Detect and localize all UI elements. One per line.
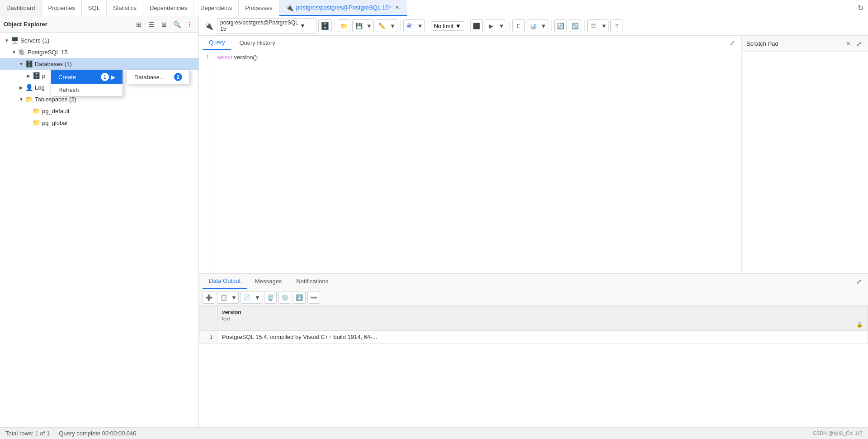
save-dropdown-btn[interactable]: ▼ (365, 19, 374, 32)
tab-query[interactable]: Query (203, 36, 231, 50)
right-status: CSDN @迪东_Col 1行 (813, 430, 863, 437)
scratch-pad-content[interactable] (742, 52, 868, 273)
copy-dropdown-btn[interactable]: ▼ (230, 291, 239, 304)
tab-messages[interactable]: Messages (249, 274, 288, 289)
tree-item-databases[interactable]: ▼ 🗄️ Databases (1) (0, 58, 198, 70)
toolbar-btn-group-save: 💾 ▼ (352, 19, 374, 32)
editor-tabs: Query Query History ⤢ (199, 36, 741, 50)
no-limit-select[interactable]: No limit ▼ (431, 21, 464, 31)
copy-btn[interactable]: 📋 (217, 291, 230, 304)
tab-statistics[interactable]: Statistics (107, 0, 143, 16)
pg-icon: 🐘 (18, 48, 26, 56)
tree-item-pg-default[interactable]: 📁 pg_default (0, 105, 198, 117)
close-icon[interactable]: ✕ (844, 40, 852, 48)
server-selector[interactable]: postgres/postgres@PostgreSQL 15 ▼ (217, 18, 316, 33)
context-menu: Create 1 ▶ Refresh (51, 70, 123, 96)
tab-dashboard[interactable]: Dashboard (0, 0, 42, 16)
save-btn[interactable]: 💾 (352, 19, 365, 32)
filter-btn[interactable]: ⚗️ (403, 19, 416, 32)
tab-data-output[interactable]: Data Output (203, 274, 247, 289)
top-bar-end: ↻ (853, 4, 868, 12)
tab-dependents[interactable]: Dependents (194, 0, 239, 16)
tab-properties[interactable]: Properties (42, 0, 82, 16)
tab-notifications[interactable]: Notifications (290, 274, 335, 289)
refresh-icon[interactable]: ↻ (858, 4, 863, 12)
separator-6 (551, 20, 552, 31)
expand-bottom-btn[interactable]: ⤢ (854, 276, 864, 287)
save-data-btn[interactable]: 💿 (278, 291, 291, 304)
search-icon[interactable]: 🔍 (171, 19, 182, 30)
toolbar-btn-group-pencil: ✏️ ▼ (376, 19, 397, 32)
login-icon: 👤 (25, 84, 33, 91)
pencil-btn[interactable]: ✏️ (376, 19, 388, 32)
run-btn[interactable]: ▶ (485, 19, 497, 32)
explain-btn[interactable]: E (512, 19, 525, 32)
col-name: version (222, 309, 863, 315)
expand-editor-btn[interactable]: ⤢ (727, 38, 738, 48)
download-btn[interactable]: ⬇️ (293, 291, 306, 304)
tab-query-history[interactable]: Query History (233, 36, 281, 50)
server-value: postgres/postgres@PostgreSQL 15 (220, 19, 298, 32)
tab-processes[interactable]: Processes (239, 0, 279, 16)
tab-sql[interactable]: SQL (82, 0, 107, 16)
badge-1: 1 (101, 73, 109, 81)
scratch-pad-header: Scratch Pad ✕ ⤢ (742, 36, 868, 52)
arrow-down-icon: ▼ (18, 96, 24, 102)
tree-item-pg15[interactable]: ▼ 🐘 PostgreSQL 15 (0, 46, 198, 58)
tree-item-servers[interactable]: ▼ 🖥️ Servers (1) (0, 34, 198, 46)
connection-icon[interactable]: 🔌 (203, 19, 215, 32)
refresh-label: Refresh (58, 86, 79, 93)
rollback-btn[interactable]: ↩️ (569, 19, 581, 32)
paste-btn[interactable]: 📄 (241, 291, 253, 304)
pencil-dropdown-btn[interactable]: ▼ (388, 19, 397, 32)
menu-icon[interactable]: ⋮ (184, 19, 195, 30)
arrow-right-icon: ▶ (25, 72, 32, 79)
help-btn[interactable]: ? (610, 19, 623, 32)
run-dropdown-btn[interactable]: ▼ (497, 19, 506, 32)
code-editor[interactable]: 1 select version(); (199, 50, 741, 273)
submenu-database[interactable]: Database... 2 (127, 70, 189, 84)
context-menu-create[interactable]: Create 1 ▶ (51, 70, 123, 84)
macro-dropdown-btn[interactable]: ▼ (600, 19, 609, 32)
filter-btn-group: ⚗️ ▼ (403, 19, 425, 32)
commit-btn[interactable]: 🔄 (554, 19, 567, 32)
right-panel: 🔌 postgres/postgres@PostgreSQL 15 ▼ 🗄️ 📁… (199, 16, 868, 427)
tab-active-query[interactable]: 🔌 postgres/postgres@PostgreSQL 15* ✕ (279, 0, 407, 16)
expand-icon[interactable]: ⤢ (854, 39, 863, 48)
tab-dependencies[interactable]: Dependencies (143, 0, 194, 16)
open-file-btn[interactable]: 📁 (338, 19, 350, 32)
filter-dropdown-btn[interactable]: ▼ (416, 19, 425, 32)
col-type: text (222, 316, 863, 321)
chevron-down-icon: ▼ (455, 23, 461, 29)
row-version-cell[interactable]: PostgreSQL 15.4, compiled by Visual C++ … (217, 331, 868, 344)
list-icon[interactable]: ☰ (146, 19, 157, 30)
servers-label: Servers (1) (20, 37, 49, 44)
stop-btn[interactable]: ⬛ (470, 19, 483, 32)
query-toolbar: 🔌 postgres/postgres@PostgreSQL 15 ▼ 🗄️ 📁… (199, 16, 868, 36)
create-label: Create (58, 74, 98, 81)
tree-item-pg-global[interactable]: 📁 pg_global (0, 117, 198, 129)
servers-icon: 🖥️ (11, 37, 19, 44)
graph-btn[interactable]: 〰️ (307, 291, 320, 304)
refresh-icon-panel[interactable]: ⊠ (159, 19, 170, 30)
bottom-panel: Data Output Messages Notifications ⤢ ➕ (199, 273, 868, 427)
explain-analyze-btn-group: 📊 ▼ (527, 19, 548, 32)
delete-btn[interactable]: 🗑️ (264, 291, 277, 304)
database-switch-btn[interactable]: 🗄️ (318, 19, 332, 32)
arrow-down-icon: ▼ (4, 37, 10, 43)
context-menu-refresh[interactable]: Refresh (51, 84, 123, 96)
row-num-header (199, 306, 217, 331)
paste-dropdown-btn[interactable]: ▼ (253, 291, 262, 304)
pg-global-label: pg_global (42, 119, 67, 126)
database-folder-icon: 🗄️ (25, 60, 33, 67)
macro-btn[interactable]: ☰ (587, 19, 600, 32)
databases-label: Databases (1) (35, 61, 72, 67)
analyze-dropdown-btn[interactable]: ▼ (539, 19, 548, 32)
analyze-btn[interactable]: 📊 (527, 19, 539, 32)
close-icon[interactable]: ✕ (394, 4, 401, 11)
table-icon[interactable]: ⊞ (133, 19, 144, 30)
arrow-down-icon: ▼ (18, 61, 24, 67)
add-row-btn[interactable]: ➕ (203, 291, 215, 304)
separator-4 (467, 20, 467, 31)
database-label: Database... (134, 74, 171, 81)
